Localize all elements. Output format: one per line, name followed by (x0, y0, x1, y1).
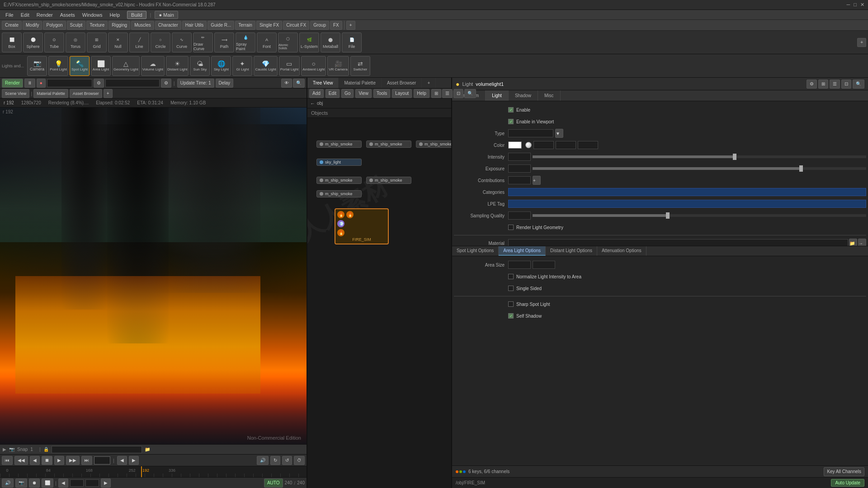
lsystem-node-btn[interactable]: 🌿 L-System (299, 33, 319, 52)
metaball-node-btn[interactable]: ⬤ Metaball (321, 33, 340, 52)
gi-light-btn[interactable]: ✦ GI Light (232, 56, 252, 76)
node-card-4[interactable]: m_ship_smoke (316, 177, 362, 184)
next-key-btn[interactable]: ▶▶ (66, 456, 80, 465)
material-palette-tab[interactable]: Material Palette (339, 78, 381, 88)
frame-inc-btn[interactable]: ↺ (282, 456, 292, 465)
sun-sky-btn[interactable]: 🌤 Sun Sky (190, 56, 210, 76)
color-r-input[interactable]: 1 (533, 141, 554, 149)
sampling-handle[interactable] (666, 212, 670, 219)
camera-btn[interactable]: 📷 Camera (27, 56, 47, 76)
cam-icon-btn[interactable]: 📷 (15, 479, 27, 488)
play-back-btn[interactable]: ◀ (30, 456, 40, 465)
render-settings-btn[interactable]: ⚙ (94, 79, 104, 88)
edit-obj-btn[interactable]: Edit (326, 89, 340, 98)
sampling-input[interactable]: 4 (508, 211, 531, 220)
audio-btn[interactable]: 🔊 (257, 456, 269, 465)
torus-node-btn[interactable]: ◎ Torus (66, 33, 85, 52)
end-btn[interactable]: ⏭ (81, 456, 92, 465)
menu-file[interactable]: File (2, 11, 17, 19)
area-light-options-tab[interactable]: Area Light Options (499, 246, 546, 256)
props-gear-btn[interactable]: ⚙ (807, 80, 817, 89)
box-node-btn[interactable]: ⬜ Box (2, 33, 22, 52)
node-card-5[interactable]: m_ship_smoke (366, 177, 411, 184)
scene-view-btn[interactable]: Scene View (2, 89, 29, 98)
attenuation-options-tab[interactable]: Attenuation Options (597, 246, 646, 256)
hairutils-btn[interactable]: Hair Utils (182, 21, 207, 30)
pause-btn[interactable]: ⏸ (24, 79, 35, 88)
tab-misc[interactable]: Misc (538, 90, 561, 101)
font-node-btn[interactable]: A Font (257, 33, 277, 52)
view-icon-btn[interactable]: 👁 (281, 79, 292, 88)
guider-btn[interactable]: Guide R... (208, 21, 234, 30)
caustic-light-btn[interactable]: 💎 Caustic Light (254, 56, 277, 76)
slow-play-btn[interactable]: ▶ (129, 456, 139, 465)
menu-windows[interactable]: Windows (79, 11, 106, 19)
minimize-btn[interactable]: ─ (847, 2, 850, 8)
categories-input[interactable] (508, 188, 866, 196)
add-shelf-btn[interactable]: + (346, 21, 355, 30)
spraypaint-node-btn[interactable]: 💧 Spray Paint (236, 33, 255, 52)
exposure-slider[interactable] (533, 167, 866, 170)
main-selector[interactable]: ● Main (155, 11, 178, 19)
color-b-input[interactable]: 1 (578, 141, 598, 149)
enable-viewport-checkbox[interactable] (508, 119, 514, 124)
menu-edit[interactable]: Edit (17, 11, 33, 19)
timeline-ruler[interactable]: 0 84 168 252 336 192 (0, 466, 307, 477)
exposure-handle[interactable] (799, 165, 803, 172)
asset-browser-tab[interactable]: Asset Browser (382, 78, 422, 88)
snapname-input[interactable]: $HIP/$IPR/$SNAPNAME.$F4.$ (52, 446, 142, 453)
color-wheel[interactable] (525, 142, 532, 148)
add-tab-btn[interactable]: + (422, 78, 436, 88)
next-frame-btn[interactable]: ▶ (101, 479, 111, 488)
tab-light[interactable]: Light (486, 90, 509, 101)
net-search-btn[interactable]: 🔍 (464, 89, 476, 98)
node-card-6[interactable]: m_ship_smoke (316, 190, 362, 197)
record-btn[interactable]: ⏺ (29, 479, 40, 488)
cam-path-input[interactable]: /obj/MainCam (105, 79, 160, 87)
zoom-btn[interactable]: 🔍 (293, 79, 305, 88)
render-path-input[interactable]: /out/main_sm... (47, 79, 92, 87)
net-icon-btn1[interactable]: ⊞ (431, 89, 441, 98)
material-palette-btn[interactable]: Material Palette (33, 89, 68, 98)
fx-btn[interactable]: FX (330, 21, 342, 30)
texture-btn[interactable]: Texture (86, 21, 108, 30)
geometry-light-btn[interactable]: △ Geometry Light (112, 56, 140, 76)
group-btn[interactable]: Group (310, 21, 329, 30)
asset-browser-btn[interactable]: Asset Browser (70, 89, 102, 98)
material-browse-btn[interactable]: 📁 (849, 239, 857, 246)
anim-icon-btn[interactable]: ⬜ (42, 479, 53, 488)
modify-btn[interactable]: Modify (23, 21, 42, 30)
sharp-spot-checkbox[interactable] (508, 301, 514, 307)
network-canvas[interactable]: 人人素材 m_ship_smoke m_ship_smoke m_ship_sm… (307, 118, 451, 488)
layout-btn[interactable]: Layout (392, 89, 412, 98)
sphere-node-btn[interactable]: ⚪ Sphere (23, 33, 43, 52)
terrain-btn[interactable]: Terrain (235, 21, 255, 30)
node-card-sky[interactable]: sky_light (316, 159, 362, 166)
frame-start-input[interactable]: 1 (70, 479, 84, 487)
loop-btn[interactable]: ↻ (270, 456, 280, 465)
build-btn[interactable]: Build (127, 11, 146, 19)
net-icon-btn2[interactable]: ☰ (442, 89, 453, 98)
slow-back-btn[interactable]: ◀ (117, 456, 127, 465)
line-node-btn[interactable]: ╱ Line (129, 33, 149, 52)
intensity-handle[interactable] (733, 154, 736, 160)
tab-shadow[interactable]: Shadow (509, 90, 538, 101)
file-node-btn[interactable]: 📄 File (342, 33, 362, 52)
realtime-btn[interactable]: ⏱ (294, 456, 305, 465)
exposure-input[interactable]: 5 (508, 164, 531, 173)
contributions-plus-btn[interactable]: + (533, 176, 541, 185)
character-btn[interactable]: Character (155, 21, 181, 30)
stop-render-btn[interactable]: ● (37, 79, 46, 88)
null-node-btn[interactable]: ✕ Null (108, 33, 128, 52)
color-swatch[interactable] (508, 141, 522, 149)
node-card-3[interactable]: m_ship_smoke (416, 141, 451, 148)
vr-camera-btn[interactable]: 🎥 VR Camera (327, 56, 349, 76)
close-btn[interactable]: ✕ (860, 2, 864, 8)
distant-light-options-tab[interactable]: Distant Light Options (546, 246, 597, 256)
menu-help[interactable]: Help (106, 11, 123, 19)
node-card-1[interactable]: m_ship_smoke (316, 141, 362, 148)
file-browse-icon[interactable]: 📁 (145, 447, 150, 452)
enable-checkbox[interactable] (508, 107, 514, 113)
tree-view-tab[interactable]: Tree View (307, 78, 339, 88)
fps-auto-btn[interactable]: AUTO (264, 479, 283, 488)
